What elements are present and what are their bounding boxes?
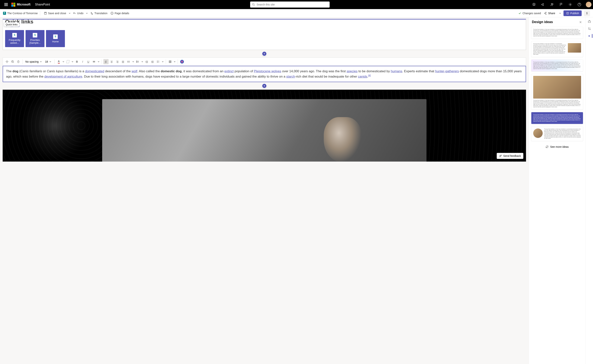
panel-close-button[interactable]: [579, 20, 582, 24]
collapse-button[interactable]: [584, 10, 590, 16]
megaphone-icon[interactable]: [539, 0, 547, 9]
svg-rect-6: [44, 12, 46, 14]
save-label: Save and close: [48, 12, 66, 15]
tile-priorities[interactable]: Priorities [Sample...: [26, 30, 45, 47]
move-icon[interactable]: [4, 59, 10, 64]
link-species[interactable]: species: [347, 69, 358, 73]
copilot-button[interactable]: [179, 59, 185, 64]
bold-button[interactable]: B: [74, 59, 80, 64]
panel-title: Design ideas: [532, 20, 553, 24]
settings-icon[interactable]: [566, 0, 574, 9]
toolbox-icon[interactable]: [587, 20, 591, 23]
save-chevron[interactable]: [68, 11, 72, 15]
table-button[interactable]: [168, 59, 173, 64]
link-domesticated[interactable]: domesticated: [85, 69, 104, 73]
add-section-button[interactable]: +: [262, 51, 267, 56]
font-color-button[interactable]: A: [56, 59, 61, 64]
align-left-button[interactable]: [103, 59, 109, 64]
svg-rect-10: [12, 61, 14, 63]
font-color-chevron[interactable]: [62, 61, 65, 63]
search-icon: [252, 3, 255, 6]
app-launcher[interactable]: [1, 0, 11, 9]
svg-point-2: [551, 3, 552, 4]
send-feedback-button[interactable]: Send feedback: [497, 153, 523, 159]
link-pleistocene[interactable]: Pleistocene wolves: [254, 69, 281, 73]
svg-point-21: [588, 28, 589, 29]
share-chevron[interactable]: [558, 11, 562, 15]
link-citation-4[interactable]: [4]: [368, 74, 371, 77]
italic-button[interactable]: I: [80, 59, 85, 64]
paragraph-style-select[interactable]: No spacing: [24, 59, 44, 64]
link-canids[interactable]: canids: [358, 75, 367, 78]
user-avatar[interactable]: [586, 2, 592, 7]
design-idea-3[interactable]: The dog (Canis familiaris or Canis lupus…: [531, 59, 583, 72]
highlight-button[interactable]: [65, 59, 71, 64]
font-size-select[interactable]: 18: [44, 59, 53, 64]
image-webpart[interactable]: Send feedback: [3, 90, 526, 162]
number-chevron[interactable]: [141, 61, 144, 63]
see-more-ideas-button[interactable]: See more ideas: [531, 143, 583, 150]
indent-decrease-button[interactable]: [150, 59, 155, 64]
link-starch[interactable]: starch: [286, 75, 295, 78]
undo-button[interactable]: Undo: [72, 11, 85, 16]
svg-line-1: [254, 5, 255, 6]
properties-icon[interactable]: [587, 27, 591, 31]
tile-faq[interactable]: Frequently asked...: [5, 30, 24, 47]
svg-point-12: [128, 61, 128, 62]
app-name[interactable]: SharePoint: [35, 3, 50, 6]
people-icon[interactable]: [548, 0, 556, 9]
link-humans[interactable]: humans: [391, 69, 402, 73]
svg-text:3: 3: [137, 62, 137, 63]
underline-button[interactable]: U: [86, 59, 91, 64]
search-box[interactable]: [250, 1, 330, 7]
align-justify-button[interactable]: [120, 59, 126, 64]
line-spacing-button[interactable]: [156, 59, 161, 64]
align-right-button[interactable]: [115, 59, 120, 64]
site-link[interactable]: The Contoso of Tomorrow: [3, 12, 38, 15]
design-ideas-icon[interactable]: ✦: [586, 34, 593, 38]
tile-home[interactable]: Home: [46, 30, 65, 47]
svg-rect-20: [588, 21, 591, 23]
quick-links-tooltip: Quick links: [4, 22, 19, 27]
search-input[interactable]: [257, 3, 328, 6]
sharepoint-icon: [33, 33, 37, 38]
microsoft-text: Microsoft: [17, 3, 31, 6]
link-extinct[interactable]: extinct: [224, 69, 234, 73]
quick-links-webpart[interactable]: Quick links Quick links Add links Freque…: [3, 19, 526, 50]
undo-chevron[interactable]: [85, 11, 89, 15]
number-list-button[interactable]: 123: [135, 59, 140, 64]
premium-icon[interactable]: [530, 0, 538, 9]
design-idea-6[interactable]: The dog (Canis familiaris or Canis lupus…: [531, 126, 583, 141]
bullet-chevron[interactable]: [132, 61, 135, 63]
add-section-button[interactable]: +: [262, 83, 267, 89]
quote-button[interactable]: 99: [91, 59, 97, 64]
design-idea-2[interactable]: The dog (Canis familiaris or Canis lupus…: [531, 41, 583, 57]
link-agriculture[interactable]: development of agriculture: [44, 75, 82, 78]
flag-icon[interactable]: [557, 0, 565, 9]
publish-button[interactable]: Publish: [563, 10, 582, 16]
more-text-chevron[interactable]: [97, 61, 100, 63]
design-idea-1[interactable]: The dog (Canis familiaris or Canis lupus…: [531, 27, 583, 39]
svg-point-19: [501, 155, 502, 156]
indent-increase-button[interactable]: [144, 59, 150, 64]
page-details-button[interactable]: Page details: [109, 11, 131, 16]
share-button[interactable]: Share: [542, 11, 557, 16]
design-idea-5[interactable]: The dog (Canis familiaris or Canis lupus…: [531, 112, 583, 124]
highlight-chevron[interactable]: [71, 61, 74, 63]
translation-button[interactable]: Translation: [89, 11, 109, 16]
delete-icon[interactable]: [16, 59, 21, 64]
bullet-list-button[interactable]: [126, 59, 131, 64]
spacing-chevron[interactable]: [161, 61, 164, 63]
help-icon[interactable]: [575, 0, 584, 9]
add-links-button[interactable]: Add links: [5, 24, 524, 27]
table-chevron[interactable]: [173, 61, 176, 63]
link-hunter-gatherers[interactable]: hunter-gatherers: [435, 69, 459, 73]
publish-label: Publish: [570, 12, 579, 15]
design-idea-4[interactable]: The dog (Canis familiaris or Canis lupus…: [531, 74, 583, 110]
align-center-button[interactable]: [109, 59, 114, 64]
text-webpart[interactable]: The dog (Canis familiaris or Canis lupus…: [3, 66, 526, 82]
link-wolf[interactable]: wolf: [131, 69, 137, 73]
save-close-button[interactable]: Save and close: [42, 11, 68, 16]
page-details-label: Page details: [115, 12, 129, 15]
duplicate-icon[interactable]: [10, 59, 15, 64]
